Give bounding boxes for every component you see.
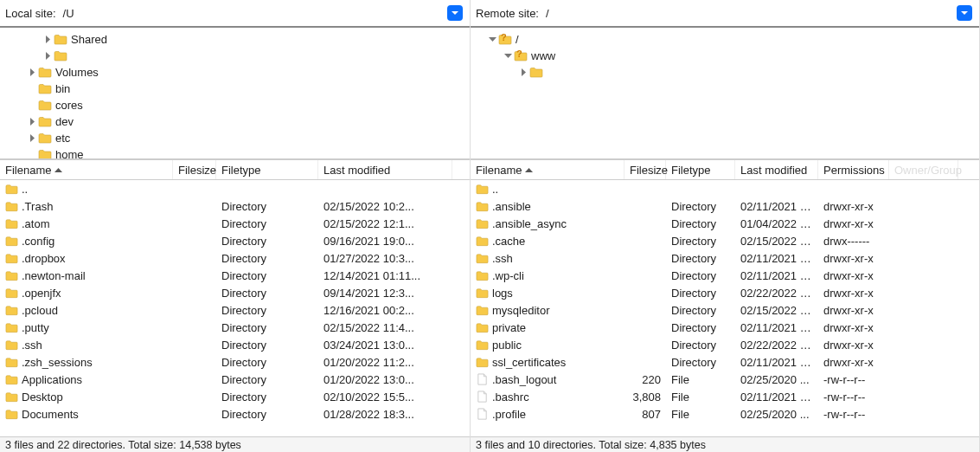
- list-item[interactable]: DesktopDirectory02/10/2022 15:5...: [0, 388, 470, 405]
- file-type: File: [666, 391, 735, 404]
- local-col-filename[interactable]: Filename: [0, 160, 173, 179]
- remote-listing[interactable]: ...ansibleDirectory02/11/2021 1...drwxr-…: [471, 180, 979, 436]
- tree-item[interactable]: [0, 48, 470, 64]
- tree-item[interactable]: [471, 64, 979, 81]
- tree-item[interactable]: ?/: [471, 31, 979, 48]
- file-type: Directory: [216, 269, 318, 282]
- list-item[interactable]: .sshDirectory03/24/2021 13:0...: [0, 336, 470, 353]
- file-type: Directory: [666, 304, 735, 317]
- tree-item[interactable]: home: [0, 146, 470, 159]
- file-type: Directory: [216, 339, 318, 352]
- folder-icon: [476, 356, 489, 369]
- list-item[interactable]: .newton-mailDirectory12/14/2021 01:11...: [0, 267, 470, 284]
- chevron-right-icon[interactable]: [517, 67, 529, 79]
- folder-icon: [38, 149, 52, 159]
- tree-item-label: bin: [55, 82, 70, 95]
- file-name: .bash_logout: [492, 373, 556, 386]
- file-modified: 09/16/2021 19:0...: [318, 235, 452, 248]
- tree-item[interactable]: etc: [0, 130, 470, 146]
- file-modified: 09/14/2021 12:3...: [318, 287, 452, 300]
- file-modified: 02/10/2022 15:5...: [318, 391, 452, 404]
- tree-item[interactable]: bin: [0, 81, 470, 97]
- folder-icon: [5, 252, 18, 265]
- folder-icon: [5, 200, 18, 213]
- local-col-filesize[interactable]: Filesize: [173, 160, 216, 179]
- list-item[interactable]: .zsh_sessionsDirectory01/20/2022 11:2...: [0, 353, 470, 371]
- unknown-folder-icon: ?: [514, 50, 528, 61]
- list-item[interactable]: privateDirectory02/11/2021 1...drwxr-xr-…: [471, 319, 979, 336]
- folder-icon: [38, 83, 52, 94]
- app-root: Local site: /U Shared Volumesbincoresdev…: [0, 0, 980, 452]
- tree-item[interactable]: Shared: [0, 31, 470, 48]
- list-item[interactable]: ..: [471, 180, 979, 197]
- list-item[interactable]: .sshDirectory02/11/2021 1...drwxr-xr-x: [471, 249, 979, 267]
- list-item[interactable]: .TrashDirectory02/15/2022 10:2...: [0, 197, 470, 215]
- local-site-label: Local site:: [5, 7, 56, 20]
- chevron-right-icon[interactable]: [26, 67, 38, 79]
- list-item[interactable]: ssl_certificatesDirectory02/11/2021 1...…: [471, 353, 979, 371]
- remote-tree[interactable]: ?/?www: [471, 28, 979, 159]
- sort-asc-icon: [54, 164, 62, 177]
- remote-col-filesize[interactable]: Filesize: [625, 160, 666, 179]
- list-item[interactable]: .ansibleDirectory02/11/2021 1...drwxr-xr…: [471, 197, 979, 215]
- file-type: Directory: [216, 217, 318, 230]
- local-listing[interactable]: ...TrashDirectory02/15/2022 10:2....atom…: [0, 180, 470, 436]
- tree-item-label: cores: [55, 99, 83, 112]
- local-path-dropdown-button[interactable]: [447, 5, 463, 21]
- file-modified: 02/25/2020 ...: [735, 373, 818, 386]
- list-item[interactable]: .ansible_asyncDirectory01/04/2022 1...dr…: [471, 215, 979, 232]
- list-item[interactable]: .bashrc3,808File02/11/2021 1...-rw-r--r-…: [471, 388, 979, 405]
- chevron-right-icon[interactable]: [42, 50, 54, 62]
- folder-icon: [476, 287, 489, 300]
- folder-icon: [476, 217, 489, 230]
- file-modified: 02/11/2021 1...: [735, 252, 818, 265]
- local-col-filetype[interactable]: Filetype: [216, 160, 318, 179]
- list-item[interactable]: .configDirectory09/16/2021 19:0...: [0, 232, 470, 249]
- list-item[interactable]: .wp-cliDirectory02/11/2021 1...drwxr-xr-…: [471, 267, 979, 284]
- chevron-right-icon[interactable]: [42, 34, 54, 46]
- list-item[interactable]: logsDirectory02/22/2022 1...drwxr-xr-x: [471, 284, 979, 301]
- remote-col-filename[interactable]: Filename: [471, 160, 625, 179]
- list-item[interactable]: .openjfxDirectory09/14/2021 12:3...: [0, 284, 470, 301]
- tree-item-label: etc: [55, 132, 70, 145]
- file-name: ssl_certificates: [492, 356, 566, 369]
- local-path-field[interactable]: /U: [61, 3, 464, 23]
- file-modified: 02/15/2022 12:1...: [318, 217, 452, 230]
- folder-icon: [5, 269, 18, 282]
- remote-col-permissions[interactable]: Permissions: [818, 160, 889, 179]
- remote-col-filetype[interactable]: Filetype: [666, 160, 735, 179]
- remote-path-field[interactable]: /: [544, 3, 974, 23]
- list-item[interactable]: .cacheDirectory02/15/2022 1...drwx------: [471, 232, 979, 249]
- list-item[interactable]: ..: [0, 180, 470, 197]
- list-item[interactable]: .atomDirectory02/15/2022 12:1...: [0, 215, 470, 232]
- remote-col-modified[interactable]: Last modified: [735, 160, 818, 179]
- file-permissions: drwxr-xr-x: [818, 321, 889, 334]
- list-item[interactable]: .puttyDirectory02/15/2022 11:4...: [0, 319, 470, 336]
- remote-col-owner[interactable]: Owner/Group: [889, 160, 958, 179]
- file-permissions: drwxr-xr-x: [818, 252, 889, 265]
- local-tree[interactable]: Shared Volumesbincoresdevetchome: [0, 28, 470, 159]
- unknown-folder-icon: ?: [498, 34, 512, 45]
- list-item[interactable]: .dropboxDirectory01/27/2022 10:3...: [0, 249, 470, 267]
- list-item[interactable]: mysqleditorDirectory02/15/2022 1...drwxr…: [471, 301, 979, 319]
- local-col-modified[interactable]: Last modified: [318, 160, 452, 179]
- file-name: .profile: [492, 408, 526, 421]
- list-item[interactable]: .bash_logout220File02/25/2020 ...-rw-r--…: [471, 371, 979, 388]
- chevron-right-icon[interactable]: [26, 116, 38, 128]
- chevron-down-icon[interactable]: [486, 34, 498, 46]
- remote-path-dropdown-button[interactable]: [957, 5, 972, 21]
- chevron-right-icon[interactable]: [26, 132, 38, 145]
- file-type: Directory: [666, 287, 735, 300]
- tree-item[interactable]: dev: [0, 113, 470, 130]
- file-modified: 02/15/2022 11:4...: [318, 321, 452, 334]
- tree-item-label: www: [531, 49, 555, 62]
- tree-item[interactable]: ?www: [471, 48, 979, 64]
- list-item[interactable]: publicDirectory02/22/2022 1...drwxr-xr-x: [471, 336, 979, 353]
- tree-item[interactable]: Volumes: [0, 64, 470, 81]
- list-item[interactable]: .profile807File02/25/2020 ...-rw-r--r--: [471, 405, 979, 423]
- list-item[interactable]: ApplicationsDirectory01/20/2022 13:0...: [0, 371, 470, 388]
- list-item[interactable]: DocumentsDirectory01/28/2022 18:3...: [0, 405, 470, 423]
- chevron-down-icon[interactable]: [502, 50, 514, 62]
- list-item[interactable]: .pcloudDirectory12/16/2021 00:2...: [0, 301, 470, 319]
- tree-item[interactable]: cores: [0, 97, 470, 113]
